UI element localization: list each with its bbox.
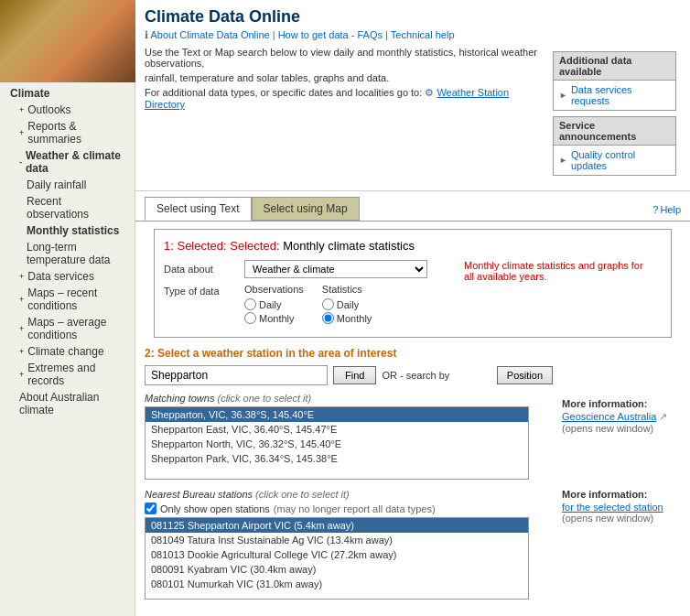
tab-map[interactable]: Select using Map: [252, 197, 360, 221]
find-button[interactable]: Find: [333, 366, 376, 384]
tab-text[interactable]: Select using Text: [145, 197, 252, 221]
data-about-select[interactable]: Weather & climate Rainfall Temperature S…: [244, 260, 427, 278]
only-open-checkbox[interactable]: [145, 503, 156, 514]
towns-list[interactable]: Shepparton, VIC, 36.38°S, 145.40°E Shepp…: [145, 406, 529, 480]
announcements-title: Service announcements: [554, 117, 675, 146]
stats-daily-label: Daily: [337, 299, 359, 310]
sidebar-item-reports[interactable]: + Reports & summaries: [5, 118, 130, 147]
section2: 2: Select a weather station in the area …: [145, 347, 681, 616]
search-input[interactable]: [145, 365, 328, 385]
about-link[interactable]: About Climate Data Online: [150, 29, 269, 40]
data-about-row: Data about Weather & climate Rainfall Te…: [164, 260, 427, 278]
list-item[interactable]: Shepparton North, VIC, 36.32°S, 145.40°E: [146, 437, 528, 451]
plus-icon: +: [19, 370, 24, 379]
stats-monthly-radio[interactable]: Monthly: [322, 312, 372, 324]
sidebar-item-recent-obs[interactable]: Recent observations: [5, 193, 130, 222]
section1-title: 1: Selected: Selected: Monthly climate s…: [164, 239, 662, 253]
obs-daily-radio[interactable]: Daily: [244, 298, 304, 310]
right-panels: Additional data available ► Data service…: [548, 47, 681, 186]
header-desc1: Use the Text or Map search below to view…: [145, 47, 548, 69]
data-about-label: Data about: [164, 264, 237, 275]
info-icon: ℹ: [145, 29, 148, 40]
plus-icon: +: [19, 128, 24, 137]
gear-icon: ⚙: [425, 87, 434, 98]
tech-help-link[interactable]: Technical help: [391, 29, 455, 40]
sidebar-item-climate[interactable]: Climate: [5, 85, 130, 102]
header-links: ℹ About Climate Data Online | How to get…: [145, 29, 681, 41]
plus-icon: +: [19, 324, 24, 333]
help-icon: ?: [652, 204, 658, 215]
section2-left: Find OR - search by Position Matching to…: [145, 365, 553, 607]
obs-monthly-input[interactable]: [244, 312, 256, 324]
additional-data-panel: Additional data available ► Data service…: [553, 51, 676, 111]
obs-daily-input[interactable]: [244, 298, 256, 310]
sidebar-item-longterm-temp[interactable]: Long-term temperature data: [5, 239, 130, 268]
sidebar-item-about-climate[interactable]: About Australian climate: [5, 389, 130, 418]
station-item[interactable]: 081013 Dookie Agricultural College VIC (…: [146, 547, 528, 562]
stats-daily-radio[interactable]: Daily: [322, 298, 372, 310]
stats-monthly-input[interactable]: [322, 312, 334, 324]
only-open-label: Only show open stations: [160, 503, 270, 514]
obs-monthly-radio[interactable]: Monthly: [244, 312, 304, 324]
opens-new-note: (opens new window): [562, 423, 681, 434]
plus-icon: +: [19, 105, 24, 114]
section1-title-text: Monthly climate statistics: [283, 239, 415, 253]
section2-title-text: Select a weather station in the area of …: [157, 347, 396, 360]
stations-label: Nearest Bureau stations (click one to se…: [145, 489, 553, 500]
section1-prefix: Selected:: [177, 239, 226, 253]
stats-daily-input[interactable]: [322, 298, 334, 310]
section1: 1: Selected: Selected: Monthly climate s…: [154, 229, 672, 338]
sidebar: Climate + Outlooks + Reports & summaries…: [0, 0, 135, 616]
plus-icon: +: [19, 272, 24, 281]
sidebar-item-data-services[interactable]: + Data services: [5, 268, 130, 285]
section2-num: 2:: [145, 347, 155, 360]
station-item[interactable]: 081125 Shepparton Airport VIC (5.4km awa…: [146, 518, 528, 533]
section1-num: 1:: [164, 239, 174, 253]
sidebar-item-maps-avg[interactable]: + Maps – average conditions: [5, 314, 130, 343]
help-link[interactable]: ? Help: [652, 204, 681, 218]
sidebar-item-weather-climate[interactable]: - Weather & climate data: [5, 147, 130, 177]
more-info-station: More information: for the selected stati…: [562, 489, 681, 524]
sidebar-item-maps-recent[interactable]: + Maps – recent conditions: [5, 285, 130, 314]
page-title: Climate Data Online: [145, 7, 681, 27]
obs-label: Observations: [244, 284, 304, 295]
stations-list[interactable]: 081125 Shepparton Airport VIC (5.4km awa…: [145, 517, 529, 600]
quality-control-link[interactable]: ► Quality control updates: [554, 146, 675, 175]
plus-icon: +: [19, 347, 24, 356]
stats-monthly-label: Monthly: [337, 313, 372, 324]
sidebar-item-monthly-stats[interactable]: Monthly statistics: [5, 222, 130, 239]
type-options: Observations Daily Monthly: [244, 284, 372, 324]
station-item[interactable]: 080101 Numurkah VIC (31.0km away): [146, 577, 528, 591]
list-item[interactable]: Shepparton East, VIC, 36.40°S, 145.47°E: [146, 422, 528, 437]
data-services-link[interactable]: ► Data services requests: [554, 81, 675, 110]
more-info-area: More information: Geoscience Australia ↗…: [562, 365, 681, 524]
position-button[interactable]: Position: [497, 366, 553, 384]
sidebar-item-outlooks[interactable]: + Outlooks: [5, 102, 130, 118]
additional-data-title: Additional data available: [554, 52, 675, 81]
header: Climate Data Online ℹ About Climate Data…: [135, 0, 690, 191]
form-area: 1: Selected: Selected: Monthly climate s…: [135, 222, 690, 616]
only-open-note: (may no longer report all data types): [274, 503, 436, 514]
station-item[interactable]: 080091 Kyabram VIC (30.4km away): [146, 562, 528, 577]
more-info-towns-label: More information:: [562, 398, 681, 409]
sidebar-image: [0, 0, 135, 82]
station-info-link[interactable]: for the selected station: [562, 502, 681, 513]
sidebar-item-climate-change[interactable]: + Climate change: [5, 343, 130, 360]
list-item[interactable]: Shepparton, VIC, 36.38°S, 145.40°E: [146, 407, 528, 422]
section1-selected-label: Selected:: [230, 239, 283, 253]
sidebar-item-extremes[interactable]: + Extremes and records: [5, 360, 130, 389]
faq-link[interactable]: How to get data - FAQs: [278, 29, 383, 40]
sidebar-item-daily-rainfall[interactable]: Daily rainfall: [5, 177, 130, 193]
station-item[interactable]: 081049 Tatura Inst Sustainable Ag VIC (1…: [146, 533, 528, 547]
header-desc3: For additional data types, or specific d…: [145, 87, 548, 110]
type-label: Type of data: [164, 284, 237, 297]
list-item[interactable]: Shepparton Park, VIC, 36.34°S, 145.38°E: [146, 451, 528, 466]
more-info-towns: More information: Geoscience Australia ↗…: [562, 398, 681, 434]
minus-icon: -: [19, 157, 22, 167]
header-desc2: rainfall, temperature and solar tables, …: [145, 72, 548, 83]
geoscience-link[interactable]: Geoscience Australia ↗: [562, 411, 681, 423]
geoscience-icon: ↗: [659, 411, 667, 422]
more-info-station-label: More information:: [562, 489, 681, 500]
only-open-row: Only show open stations (may no longer r…: [145, 503, 553, 514]
section2-title: 2: Select a weather station in the area …: [145, 347, 681, 360]
